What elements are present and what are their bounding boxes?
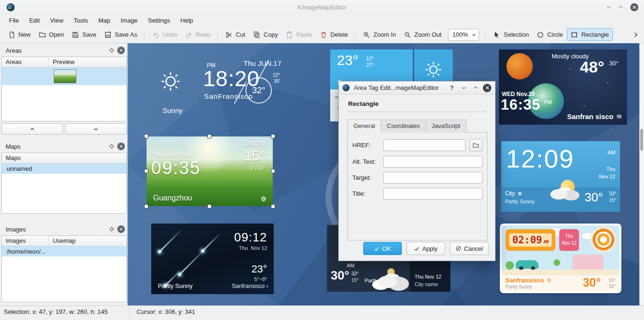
save-as-button[interactable]: Save As	[100, 28, 141, 41]
maps-list[interactable]: Maps unnamed	[1, 152, 127, 214]
dialog-close-icon[interactable]	[483, 84, 491, 92]
vertical-scrollbar-thumb[interactable]	[640, 129, 643, 151]
area-preview-thumbnail	[54, 69, 76, 83]
menu-file[interactable]: File	[4, 15, 24, 26]
save-icon	[72, 31, 80, 39]
shop-icon	[590, 226, 617, 253]
menu-map[interactable]: Map	[93, 15, 115, 26]
images-dock: Images Images Usemap /home/neon/...	[1, 223, 127, 302]
menu-settings[interactable]: Settings	[143, 15, 175, 26]
areas-dock: Areas Areas Preview	[1, 44, 127, 135]
clouds-icon	[550, 189, 567, 200]
float-dock-icon[interactable]	[109, 48, 114, 53]
window-titlebar[interactable]: KImageMapEditor	[0, 0, 644, 14]
close-dock-icon[interactable]	[117, 47, 125, 54]
cut-button[interactable]: Cut	[221, 28, 249, 41]
toolbar-overflow-chevron-icon[interactable]	[631, 30, 640, 40]
dialog-titlebar[interactable]: Area Tag Edit...mageMapEditor ?	[339, 81, 495, 95]
images-column-header: Images	[2, 236, 49, 246]
toolbar-separator	[217, 30, 218, 40]
dialog-minimize-icon[interactable]	[459, 85, 468, 90]
redo-button[interactable]: Redo	[181, 28, 214, 41]
dialog-maximize-icon[interactable]	[471, 85, 480, 90]
gear-icon	[517, 191, 522, 196]
move-area-down-button[interactable]	[65, 123, 127, 135]
window-close-icon[interactable]	[630, 3, 638, 11]
images-list[interactable]: Images Usemap /home/neon/...	[1, 235, 127, 302]
kimagemapeditor-window: KImageMapEditor File Edit View Tools Map…	[0, 0, 644, 320]
menu-tools[interactable]: Tools	[68, 15, 93, 26]
zoom-in-icon	[363, 31, 371, 39]
map-list-item[interactable]: unnamed	[2, 163, 126, 174]
href-input[interactable]	[383, 139, 465, 151]
resize-handle[interactable]	[144, 204, 148, 208]
check-icon	[414, 246, 419, 251]
gear-icon	[260, 195, 267, 202]
float-dock-icon[interactable]	[109, 227, 114, 232]
resize-handle[interactable]	[207, 134, 212, 138]
areas-list[interactable]: Areas Preview	[1, 56, 127, 121]
delete-trash-icon	[319, 31, 327, 39]
vertical-scrollbar[interactable]	[639, 43, 644, 305]
title-input[interactable]	[383, 188, 482, 200]
float-dock-icon[interactable]	[109, 144, 114, 149]
general-tab-panel: HREF: Alt. Text: Target: Title:	[347, 132, 488, 240]
dialog-app-icon	[342, 84, 350, 91]
menu-help[interactable]: Help	[175, 15, 198, 26]
resize-handle[interactable]	[207, 204, 212, 208]
paste-button[interactable]: Paste	[282, 28, 316, 41]
resize-handle[interactable]	[144, 134, 148, 138]
undo-icon	[152, 31, 160, 39]
close-dock-icon[interactable]	[117, 143, 125, 150]
title-label: Title:	[352, 190, 383, 197]
cancel-button[interactable]: Cancel	[450, 242, 489, 255]
selection-tool-button[interactable]: Selection	[489, 28, 532, 41]
alt-text-input[interactable]	[383, 156, 482, 168]
window-maximize-icon[interactable]	[618, 4, 624, 10]
copy-button[interactable]: Copy	[249, 28, 282, 41]
apply-button[interactable]: Apply	[407, 242, 445, 255]
widget-comets-night: 09:12 Thu Nov 12 23° 5°~8° Partly Sunny …	[151, 224, 274, 294]
circle-tool-button[interactable]: Circle	[533, 28, 567, 41]
areas-column-header: Areas	[2, 57, 49, 67]
menu-view[interactable]: View	[45, 15, 68, 26]
browse-file-button[interactable]	[469, 139, 482, 152]
save-button[interactable]: Save	[68, 28, 100, 41]
rectangle-tool-button[interactable]: Rectangle	[567, 28, 613, 41]
cut-scissors-icon	[225, 31, 233, 39]
resize-handle[interactable]	[144, 169, 148, 173]
maps-dock: Maps Maps unnamed	[1, 140, 127, 214]
dialog-help-button[interactable]: ?	[448, 84, 456, 91]
resize-handle[interactable]	[271, 169, 275, 173]
open-button[interactable]: Open	[34, 28, 68, 41]
zoom-in-button[interactable]: Zoom In	[359, 28, 400, 41]
tab-coordinates[interactable]: Coordinates	[381, 120, 426, 133]
close-dock-icon[interactable]	[117, 225, 125, 233]
zoom-out-button[interactable]: Zoom Out	[399, 28, 445, 41]
new-button[interactable]: New	[4, 28, 34, 41]
image-list-item[interactable]: /home/neon/...	[2, 246, 126, 256]
images-dock-title: Images	[6, 226, 109, 233]
delete-button[interactable]: Delete	[316, 28, 352, 41]
usemap-column-header: Usemap	[49, 236, 126, 246]
tab-javascript[interactable]: JavaScript	[426, 120, 466, 133]
widget-1209-clock: 12:09 AM ThuNov 12 City Partly Sunny 30°…	[501, 141, 620, 212]
target-label: Target:	[352, 174, 383, 181]
target-input[interactable]	[383, 172, 482, 184]
ok-button[interactable]: OK	[363, 242, 402, 255]
tree-icon	[505, 261, 514, 270]
editor-canvas[interactable]: PM 18:20 Thu JUN.17 12°35' 32° SanFransi…	[127, 43, 639, 305]
selected-area-rectangle[interactable]: Snow 15° -1°/10° THU APR 04 09:35 Guangz…	[147, 136, 273, 206]
zoom-level-combobox[interactable]: 100%	[448, 29, 479, 41]
tab-general[interactable]: General	[347, 120, 381, 133]
area-list-item[interactable]	[2, 67, 126, 85]
undo-button[interactable]: Undo	[148, 28, 181, 41]
menu-edit[interactable]: Edit	[24, 15, 45, 26]
move-area-up-button[interactable]	[1, 123, 63, 135]
resize-handle[interactable]	[271, 134, 275, 138]
check-icon	[374, 246, 379, 251]
zoom-level-value: 100%	[452, 31, 468, 38]
window-minimize-icon[interactable]	[606, 4, 611, 10]
resize-handle[interactable]	[271, 204, 275, 208]
menu-image[interactable]: Image	[115, 15, 143, 26]
